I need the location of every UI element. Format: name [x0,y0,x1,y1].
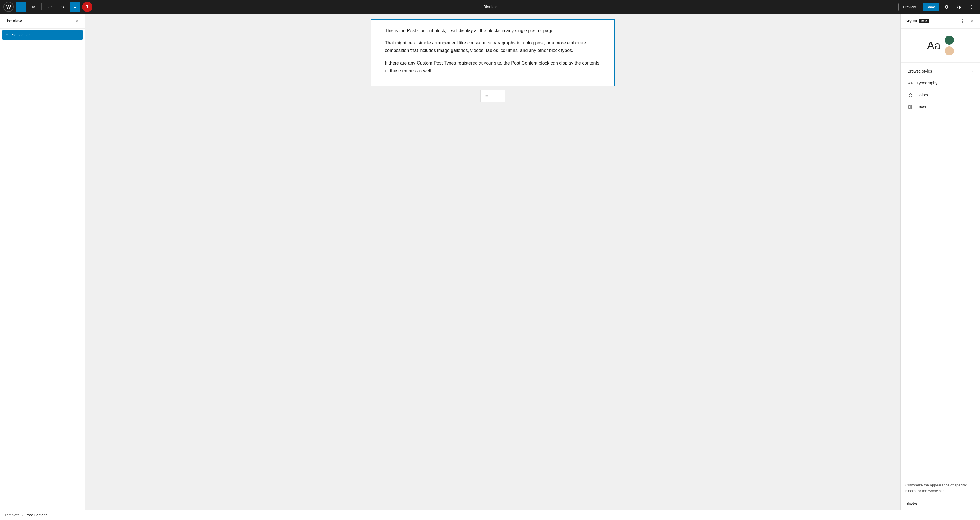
blocks-row[interactable]: Blocks › [901,498,980,510]
color-circles [945,35,954,56]
save-button[interactable]: Save [923,3,939,11]
browse-styles-item[interactable]: Browse styles › [903,65,978,77]
list-view-icon: ≡ [73,4,76,10]
block-more-icon: ⋮ [497,93,501,99]
topbar-right: Preview Save ⚙ ◑ ⋮ [899,2,977,12]
divider-1 [41,3,42,10]
edit-icon: ✏ [32,4,35,10]
main-layout: List View ✕ ≡ Post Content ⋮ This is the… [0,14,980,510]
blocks-arrow-icon: › [974,502,975,506]
svg-rect-0 [908,105,910,108]
title-text: Blank [484,5,493,9]
edit-button[interactable]: ✏ [29,2,39,12]
notification-badge[interactable]: 1 [82,2,92,12]
list-view-title: List View [5,19,22,23]
redo-button[interactable]: ↪ [57,2,67,12]
settings-button[interactable]: ⚙ [941,2,951,12]
typography-section-item[interactable]: Aa Typography [903,77,978,89]
list-item-more-icon[interactable]: ⋮ [75,32,79,38]
theme-toggle-button[interactable]: ◑ [954,2,964,12]
styles-close-icon: ✕ [970,19,974,24]
logo-text: W [6,4,11,10]
styles-more-icon: ⋮ [960,19,965,24]
topbar: W + ✏ ↩ ↪ ≡ 1 Blank ▾ Preview Save ⚙ ◑ [0,0,980,14]
breadcrumb-template[interactable]: Template [5,513,20,517]
add-block-button[interactable]: + [16,2,26,12]
close-icon: ✕ [75,19,78,24]
add-icon: + [20,4,22,10]
styles-panel-title: Styles [905,19,917,23]
content-area: This is the Post Content block, it will … [85,14,900,510]
block-paragraph-3: If there are any Custom Post Types regis… [385,59,601,75]
list-view-close-button[interactable]: ✕ [73,17,80,25]
layout-section-item[interactable]: Layout [903,101,978,113]
svg-rect-1 [911,105,912,107]
list-item-block-icon: ≡ [6,33,8,37]
save-label: Save [927,5,935,9]
bottombar: Template › Post Content [0,510,980,520]
template-title[interactable]: Blank ▾ [484,5,496,9]
more-options-button[interactable]: ⋮ [966,2,977,12]
typography-icon: Aa [907,81,913,85]
block-toolbar: ≡ ⋮ [480,90,505,102]
undo-button[interactable]: ↩ [45,2,55,12]
list-view-panel: List View ✕ ≡ Post Content ⋮ [0,14,85,510]
customize-description: Customize the appearance of specific blo… [901,478,980,498]
layout-label: Layout [916,105,973,109]
style-sections: Browse styles › Aa Typography Colors [901,62,980,475]
theme-icon: ◑ [957,4,961,10]
blocks-label: Blocks [905,502,974,506]
style-preview: Aa [901,29,980,62]
beta-badge: Beta [919,19,929,23]
settings-icon: ⚙ [945,4,948,10]
align-icon: ≡ [485,94,488,99]
styles-panel-header: Styles Beta ⋮ ✕ [901,14,980,29]
undo-icon: ↩ [48,4,52,10]
colors-icon [907,93,913,97]
browse-styles-label: Browse styles [907,69,972,73]
color-circle-secondary [945,46,954,56]
preview-text: Aa [927,39,940,52]
list-item-label: Post Content [10,33,73,37]
breadcrumb-separator: › [22,513,23,517]
browse-styles-arrow-icon: › [972,69,973,73]
block-paragraph-1: This is the Post Content block, it will … [385,27,601,34]
preview-label: Preview [903,5,916,9]
colors-label: Colors [916,93,973,97]
list-view-button[interactable]: ≡ [70,2,80,12]
badge-count: 1 [86,4,89,10]
styles-close-button[interactable]: ✕ [967,17,975,25]
badge-circle: 1 [82,2,92,12]
block-paragraph-2: That might be a simple arrangement like … [385,39,601,54]
typography-label: Typography [916,81,973,85]
post-content-block[interactable]: This is the Post Content block, it will … [371,19,615,86]
color-circle-primary [945,35,954,45]
styles-title-row: Styles Beta [905,19,929,23]
preview-button[interactable]: Preview [899,3,920,11]
styles-more-button[interactable]: ⋮ [958,17,966,25]
svg-rect-2 [911,107,912,108]
layout-icon [907,105,913,109]
styles-panel: Styles Beta ⋮ ✕ Aa Browse styl [900,14,980,510]
block-align-button[interactable]: ≡ [480,90,493,102]
chevron-down-icon: ▾ [495,5,496,8]
breadcrumb-post-content[interactable]: Post Content [25,513,47,517]
block-more-button[interactable]: ⋮ [493,90,505,102]
styles-panel-actions: ⋮ ✕ [958,17,975,25]
customize-text-content: Customize the appearance of specific blo… [905,483,967,493]
more-icon: ⋮ [969,4,974,10]
list-view-header: List View ✕ [0,14,85,29]
colors-section-item[interactable]: Colors [903,89,978,101]
list-item[interactable]: ≡ Post Content ⋮ [2,30,83,40]
redo-icon: ↪ [60,4,64,10]
wordpress-logo[interactable]: W [3,2,14,12]
